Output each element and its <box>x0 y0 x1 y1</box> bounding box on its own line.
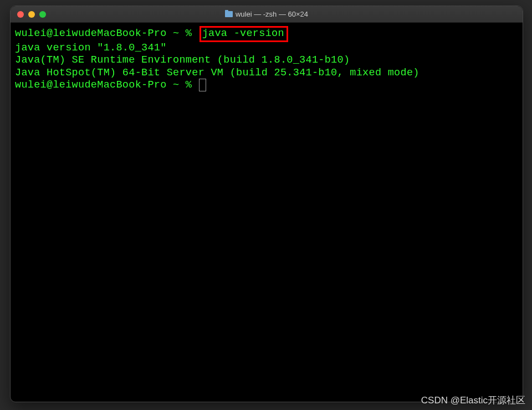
minimize-button[interactable] <box>28 11 35 18</box>
prompt-line-2: wulei@leiwudeMacBook-Pro ~ % <box>15 79 518 92</box>
window-title: wulei — -zsh — 60×24 <box>11 10 523 18</box>
command-text: java -version <box>202 28 284 39</box>
output-line-1: java version "1.8.0_341" <box>15 42 518 55</box>
cursor <box>200 79 206 91</box>
terminal-body[interactable]: wulei@leiwudeMacBook-Pro ~ % java -versi… <box>11 23 523 95</box>
watermark: CSDN @Elastic开源社区 <box>421 394 525 407</box>
output-line-2: Java(TM) SE Runtime Environment (build 1… <box>15 54 518 67</box>
window-title-text: wulei — -zsh — 60×24 <box>236 10 308 18</box>
traffic-lights <box>11 11 46 18</box>
prompt-line-1: wulei@leiwudeMacBook-Pro ~ % java -versi… <box>15 26 518 42</box>
output-line-3: Java HotSpot(TM) 64-Bit Server VM (build… <box>15 67 518 80</box>
command-highlight: java -version <box>200 26 288 42</box>
maximize-button[interactable] <box>39 11 46 18</box>
terminal-window: wulei — -zsh — 60×24 wulei@leiwudeMacBoo… <box>10 6 523 402</box>
close-button[interactable] <box>17 11 24 18</box>
prompt-text: wulei@leiwudeMacBook-Pro ~ % <box>15 79 198 91</box>
folder-icon <box>225 11 233 17</box>
titlebar[interactable]: wulei — -zsh — 60×24 <box>11 6 523 23</box>
prompt-text: wulei@leiwudeMacBook-Pro ~ % <box>15 28 198 39</box>
